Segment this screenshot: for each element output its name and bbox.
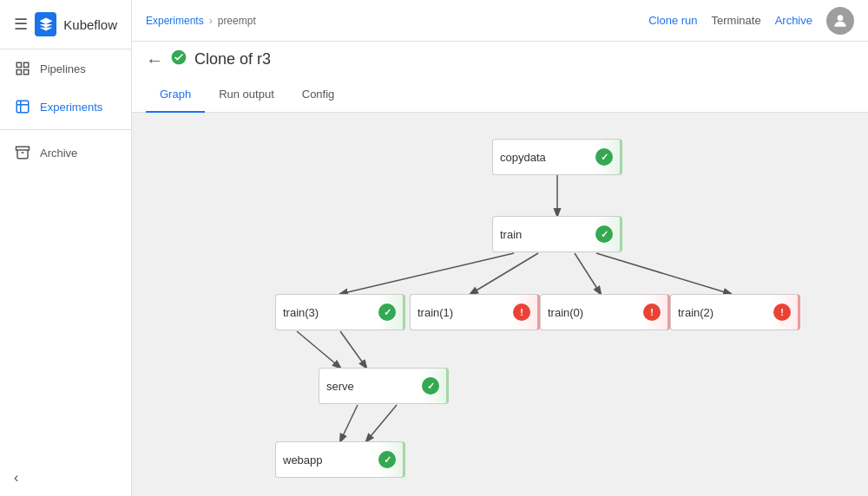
node-train0-badge: ! bbox=[643, 303, 661, 321]
tab-graph[interactable]: Graph bbox=[146, 77, 205, 113]
menu-icon: ☰ bbox=[14, 15, 28, 34]
sidebar-collapse-button[interactable]: ‹ bbox=[0, 460, 131, 496]
node-train3-label: train(3) bbox=[283, 306, 378, 319]
svg-rect-0 bbox=[16, 147, 30, 150]
svg-line-3 bbox=[340, 253, 514, 294]
run-status-icon bbox=[170, 49, 187, 70]
sidebar-header: ☰ Kubeflow bbox=[0, 0, 131, 49]
node-train1-label: train(1) bbox=[418, 306, 513, 319]
node-train[interactable]: train ✓ bbox=[492, 216, 622, 252]
svg-line-7 bbox=[340, 331, 366, 368]
run-title: Clone of r3 bbox=[194, 50, 271, 69]
archive-icon bbox=[14, 144, 31, 161]
svg-line-9 bbox=[340, 405, 358, 441]
svg-line-5 bbox=[575, 253, 601, 294]
node-webapp-badge: ✓ bbox=[378, 451, 396, 468]
node-train3-badge: ✓ bbox=[378, 303, 396, 321]
pipelines-icon bbox=[14, 60, 31, 77]
node-copydata[interactable]: copydata ✓ bbox=[492, 139, 622, 175]
sidebar-item-experiments[interactable]: Experiments bbox=[0, 88, 131, 126]
node-serve-badge: ✓ bbox=[422, 377, 439, 395]
tab-config[interactable]: Config bbox=[288, 77, 349, 113]
node-train2[interactable]: train(2) ! bbox=[670, 294, 800, 330]
node-copydata-badge: ✓ bbox=[595, 148, 613, 166]
avatar[interactable] bbox=[826, 7, 854, 35]
svg-line-4 bbox=[470, 253, 538, 294]
svg-line-10 bbox=[366, 405, 397, 441]
svg-point-1 bbox=[838, 15, 844, 21]
node-train-label: train bbox=[500, 228, 595, 241]
app-name: Kubeflow bbox=[63, 17, 117, 32]
node-webapp-label: webapp bbox=[283, 454, 378, 467]
node-train0[interactable]: train(0) ! bbox=[540, 294, 670, 330]
node-serve-label: serve bbox=[326, 380, 422, 393]
experiments-icon bbox=[14, 98, 31, 115]
node-train2-label: train(2) bbox=[678, 306, 773, 319]
svg-line-8 bbox=[297, 331, 340, 368]
app-logo bbox=[35, 12, 56, 36]
node-copydata-label: copydata bbox=[500, 151, 595, 164]
collapse-icon: ‹ bbox=[14, 470, 18, 485]
node-webapp[interactable]: webapp ✓ bbox=[275, 441, 405, 478]
tab-run-output[interactable]: Run output bbox=[205, 77, 288, 113]
node-train1-badge: ! bbox=[513, 303, 530, 321]
back-button[interactable]: ← bbox=[146, 51, 163, 69]
node-train3[interactable]: train(3) ✓ bbox=[275, 294, 405, 330]
archive-button[interactable]: Archive bbox=[775, 14, 812, 27]
topbar-right: Clone run Terminate Archive bbox=[648, 7, 854, 35]
page-header: ← Clone of r3 bbox=[132, 42, 868, 77]
sidebar: ☰ Kubeflow Pipelines Experiments Archive… bbox=[0, 0, 132, 496]
sidebar-divider bbox=[0, 129, 131, 130]
sidebar-pipelines-label: Pipelines bbox=[40, 62, 86, 75]
node-train2-badge: ! bbox=[773, 303, 791, 321]
clone-run-button[interactable]: Clone run bbox=[648, 14, 697, 27]
node-train0-label: train(0) bbox=[548, 306, 643, 319]
hamburger-menu[interactable]: ☰ bbox=[14, 15, 28, 34]
terminate-button[interactable]: Terminate bbox=[712, 14, 761, 27]
sidebar-experiments-label: Experiments bbox=[40, 101, 102, 114]
svg-line-6 bbox=[596, 253, 731, 294]
sidebar-item-archive[interactable]: Archive bbox=[0, 134, 131, 172]
tabs: Graph Run output Config bbox=[132, 77, 868, 113]
node-train1[interactable]: train(1) ! bbox=[410, 294, 540, 330]
topbar: Experiments › preempt Clone run Terminat… bbox=[132, 0, 868, 42]
topbar-left: Experiments › preempt bbox=[146, 15, 256, 27]
sidebar-archive-label: Archive bbox=[40, 147, 77, 160]
breadcrumb-preempt: preempt bbox=[218, 15, 256, 27]
breadcrumb-experiments[interactable]: Experiments bbox=[146, 15, 204, 27]
sidebar-item-pipelines[interactable]: Pipelines bbox=[0, 49, 131, 88]
main-content: Experiments › preempt Clone run Terminat… bbox=[132, 0, 868, 496]
breadcrumb-separator: › bbox=[209, 15, 213, 27]
node-serve[interactable]: serve ✓ bbox=[319, 368, 449, 404]
breadcrumb: Experiments › preempt bbox=[146, 15, 256, 27]
graph-area: copydata ✓ train ✓ train(3) ✓ train(1) !… bbox=[132, 113, 868, 496]
node-train-badge: ✓ bbox=[595, 225, 613, 243]
